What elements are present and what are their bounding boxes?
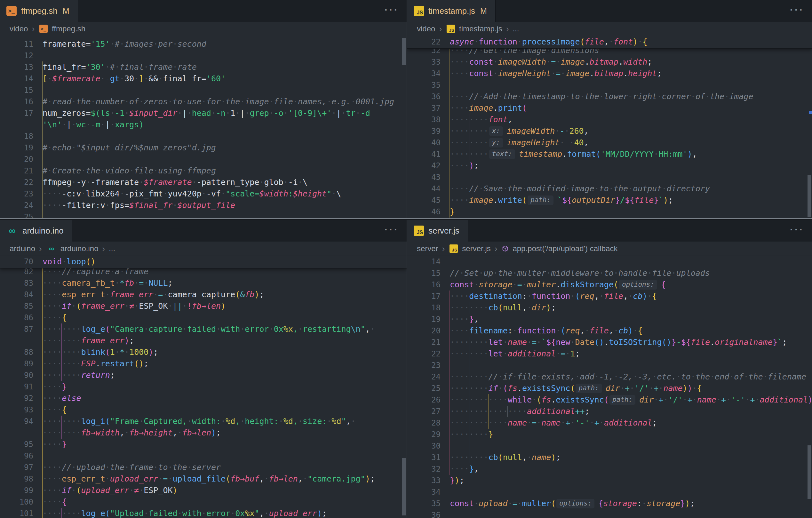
code-line: 29········} xyxy=(407,429,812,440)
scrollbar-thumb[interactable] xyxy=(808,445,811,499)
line-number: 24 xyxy=(0,200,33,211)
whitespace-dot: · xyxy=(62,509,66,518)
line-number: 22 xyxy=(407,348,440,359)
whitespace-dot: · xyxy=(527,303,532,312)
code-line-content: ····if·(frame_err·≠·ESP_OK·||·!fb→len) xyxy=(33,300,226,312)
whitespace-dot: · xyxy=(172,62,177,72)
tab-ffmpeg.sh[interactable]: >_ffmpeg.shM xyxy=(0,0,78,22)
whitespace-dot: · xyxy=(47,486,52,495)
whitespace-dot: · xyxy=(455,384,459,393)
whitespace-dot: · xyxy=(62,336,66,345)
whitespace-dot: · xyxy=(459,103,464,113)
whitespace-dot: · xyxy=(493,418,498,428)
code-line-content: '\n'·|·wc·-m·|·xargs) xyxy=(33,119,144,131)
scrollbar-thumb[interactable] xyxy=(402,458,406,515)
whitespace-dot: · xyxy=(565,349,570,358)
code-line: 84····esp_err_t·frame_err·=·camera_captu… xyxy=(0,289,407,300)
whitespace-dot: · xyxy=(459,464,464,473)
line-number: 21 xyxy=(407,337,440,348)
line-number: 13 xyxy=(0,61,33,73)
code-editor[interactable]: 82····//·capture·a·frame83····camera_fb_… xyxy=(0,256,407,518)
breadcrumb: video›JStimestamp.js›... xyxy=(407,22,812,36)
editor-actions-button[interactable]: ··· xyxy=(384,4,399,16)
whitespace-dot: · xyxy=(163,189,168,198)
line-number: 19 xyxy=(0,142,33,153)
whitespace-dot: · xyxy=(57,382,62,391)
whitespace-dot: · xyxy=(47,324,52,334)
line-number xyxy=(0,335,33,346)
breadcrumb-item[interactable]: arduino xyxy=(9,244,35,253)
whitespace-dot: · xyxy=(652,372,657,381)
code-line: 23····-c:v·libx264·-pix_fmt·yuv420p·-vf·… xyxy=(0,188,407,200)
whitespace-dot: · xyxy=(76,416,81,426)
code-editor[interactable]: 11framerate='15'·#·images·per·second1213… xyxy=(0,36,407,218)
editor-actions-button[interactable]: ··· xyxy=(384,224,399,235)
whitespace-dot: · xyxy=(455,326,459,335)
breadcrumb-item[interactable]: app.post('/api/upload') callback xyxy=(501,244,617,253)
whitespace-dot: · xyxy=(182,97,187,106)
breadcrumb-item[interactable]: JSserver.js xyxy=(448,243,490,254)
tab-arduino.ino[interactable]: ∞arduino.ino xyxy=(0,220,72,241)
breadcrumb-item[interactable]: video xyxy=(417,24,435,33)
whitespace-dot: · xyxy=(469,126,474,136)
whitespace-dot: · xyxy=(245,109,250,118)
breadcrumb-item[interactable]: video xyxy=(9,24,28,33)
whitespace-dot: · xyxy=(57,394,62,403)
breadcrumb-separator-icon: › xyxy=(439,24,442,34)
code-line: 14 xyxy=(407,256,812,267)
code-line-content: ········x:imageWidth·-·260, xyxy=(440,125,589,137)
whitespace-dot: · xyxy=(474,149,478,159)
breadcrumb-item[interactable]: JStimestamp.js xyxy=(446,24,502,34)
inlay-hint: path: xyxy=(528,196,553,205)
whitespace-dot: · xyxy=(649,384,654,393)
whitespace-dot: · xyxy=(105,290,110,299)
whitespace-dot: · xyxy=(76,324,81,334)
code-line-content: ········let·name·=·`${new·Date().toISOSt… xyxy=(440,337,787,348)
line-number: 33 xyxy=(407,475,440,486)
line-number: 86 xyxy=(0,312,33,323)
code-line: 87········log_e("Camera·capture·failed·w… xyxy=(0,323,407,335)
vertical-split-sash[interactable] xyxy=(407,0,407,518)
code-line: 96 xyxy=(0,450,407,462)
tab-server.js[interactable]: JSserver.js xyxy=(407,220,468,241)
code-line: 33····const·imageWidth·=·image.bitmap.wi… xyxy=(407,56,812,68)
editor-actions-button[interactable]: ··· xyxy=(790,4,804,16)
breadcrumb-item[interactable]: ... xyxy=(513,24,519,33)
code-line-content xyxy=(33,84,42,96)
whitespace-dot: · xyxy=(450,149,455,159)
whitespace-dot: · xyxy=(478,184,484,193)
whitespace-dot: · xyxy=(52,201,57,210)
whitespace-dot: · xyxy=(464,326,469,335)
breadcrumb-item[interactable]: ... xyxy=(109,244,115,253)
code-line: 44····//·Save·the·modified·image·to·the·… xyxy=(407,183,812,195)
tab-bar: JStimestamp.jsM··· xyxy=(407,0,812,22)
code-editor[interactable]: 1415//·Set·up·the·multer·middleware·to·h… xyxy=(407,256,812,518)
breadcrumb-item[interactable]: server xyxy=(417,244,438,253)
code-editor[interactable]: 32····//·Get·the·image·dimensions33····c… xyxy=(407,36,812,218)
whitespace-dot: · xyxy=(450,196,455,205)
whitespace-dot: · xyxy=(57,463,62,472)
scrollbar-thumb[interactable] xyxy=(808,175,811,217)
whitespace-dot: · xyxy=(464,418,469,428)
breadcrumb-item[interactable]: >_ffmpeg.sh xyxy=(38,24,85,34)
code-line-content xyxy=(440,79,450,91)
whitespace-dot: · xyxy=(240,97,245,106)
tab-timestamp.js[interactable]: JStimestamp.jsM xyxy=(407,0,496,22)
line-number: 27 xyxy=(407,406,440,417)
whitespace-dot: · xyxy=(484,115,488,124)
breadcrumb-item[interactable]: ∞arduino.ino xyxy=(46,243,98,254)
whitespace-dot: · xyxy=(57,301,62,311)
whitespace-dot: · xyxy=(47,509,52,518)
whitespace-dot: · xyxy=(455,149,459,159)
code-line: 36····//·Add·the·timestamp·to·the·lower-… xyxy=(407,91,812,103)
code-line-content: ····esp_err_t·upload_err·=·upload_file(f… xyxy=(33,473,375,485)
code-line: 15//·Set·up·the·multer·middleware·to·han… xyxy=(407,267,812,279)
whitespace-dot: · xyxy=(464,384,469,393)
scrollbar-thumb[interactable] xyxy=(402,38,406,65)
whitespace-dot: · xyxy=(469,303,474,312)
editor-actions-button[interactable]: ··· xyxy=(790,224,804,235)
whitespace-dot: · xyxy=(522,407,527,416)
whitespace-dot: · xyxy=(293,97,298,106)
whitespace-dot: · xyxy=(459,326,464,335)
whitespace-dot: · xyxy=(469,349,474,358)
